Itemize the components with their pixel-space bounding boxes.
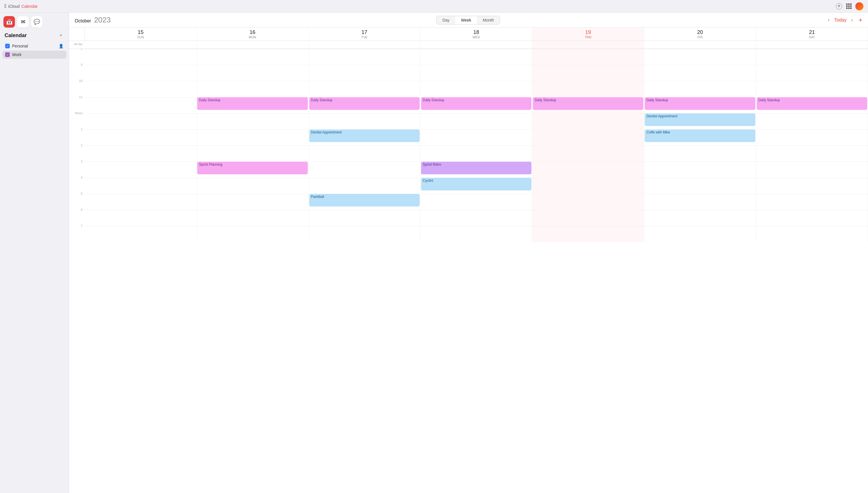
hour-mon-5[interactable] [197,194,308,210]
hour-sun-2[interactable] [85,146,196,162]
prev-button[interactable]: ‹ [825,16,832,24]
col-sat[interactable]: Daily Standup [756,49,868,242]
hour-wed-1[interactable] [420,129,532,146]
hour-sat-3[interactable] [756,162,868,178]
allday-sat[interactable] [756,41,868,49]
hour-tue-9[interactable] [309,65,420,81]
calendar-item-personal[interactable]: ✓ Personal 👤 [2,42,66,50]
hour-wed-2[interactable] [420,146,532,162]
hour-mon-9[interactable] [197,65,308,81]
hour-sun-4[interactable] [85,178,196,194]
hour-sun-1[interactable] [85,129,196,146]
hour-sat-2[interactable] [756,146,868,162]
hour-sat-noon[interactable] [756,113,868,129]
view-week-button[interactable]: Week [455,16,477,24]
mail-icon[interactable]: ✉ [17,16,29,28]
col-mon[interactable]: Daily Standup Sprint Planning [197,49,309,242]
today-button[interactable]: Today [834,18,846,23]
hour-thu-7[interactable] [532,226,644,242]
col-thu[interactable]: Daily Standup [532,49,644,242]
event-daily-standup-wed[interactable]: Daily Standup [421,97,531,110]
hour-sun-10[interactable] [85,81,196,97]
hour-wed-5[interactable] [420,194,532,210]
hour-fri-9[interactable] [644,65,756,81]
hour-tue-8[interactable] [309,49,420,65]
hour-sat-9[interactable] [756,65,868,81]
event-daily-standup-fri[interactable]: Daily Standup [645,97,755,110]
hour-thu-5[interactable] [532,194,644,210]
hour-thu-1[interactable] [532,129,644,146]
event-dentist-tue[interactable]: Dentist Appointment [309,129,420,142]
hour-fri-7[interactable] [644,226,756,242]
hour-fri-10[interactable] [644,81,756,97]
hour-tue-4[interactable] [309,178,420,194]
hour-thu-8[interactable] [532,49,644,65]
hour-fri-4[interactable] [644,178,756,194]
hour-thu-noon[interactable] [532,113,644,129]
event-daily-standup-mon[interactable]: Daily Standup [197,97,307,110]
col-sun[interactable] [85,49,197,242]
hour-mon-8[interactable] [197,49,308,65]
hour-sun-3[interactable] [85,162,196,178]
hour-sun-6[interactable] [85,210,196,226]
hour-wed-noon[interactable] [420,113,532,129]
col-fri[interactable]: Daily Standup Dentist Appointment Coffe … [644,49,756,242]
hour-wed-10[interactable] [420,81,532,97]
hour-thu-9[interactable] [532,65,644,81]
event-coffee-mike-fri[interactable]: Coffe with Mike [645,129,755,142]
event-sprint-retro-wed[interactable]: Sprint Retro [421,162,531,174]
hour-fri-5[interactable] [644,194,756,210]
event-daily-standup-tue[interactable]: Daily Standup [309,97,420,110]
hour-tue-2[interactable] [309,146,420,162]
hour-thu-3[interactable] [532,162,644,178]
hour-fri-6[interactable] [644,210,756,226]
hour-sat-10[interactable] [756,81,868,97]
col-tue[interactable]: Daily Standup Dentist Appointment Paintb… [309,49,420,242]
allday-thu[interactable] [532,41,644,49]
hour-mon-1[interactable] [197,129,308,146]
hour-sun-9[interactable] [85,65,196,81]
hour-sun-5[interactable] [85,194,196,210]
view-day-button[interactable]: Day [437,16,455,24]
hour-mon-4[interactable] [197,178,308,194]
allday-wed[interactable] [420,41,532,49]
hour-sun-7[interactable] [85,226,196,242]
add-circle-icon[interactable]: + [836,3,842,9]
calendar-item-work[interactable]: ✓ Work [2,51,66,59]
event-daily-standup-sat[interactable]: Daily Standup [757,97,867,110]
message-icon[interactable]: 💬 [31,16,43,28]
hour-sun-11[interactable] [85,97,196,113]
hour-wed-7[interactable] [420,226,532,242]
event-paintball-tue[interactable]: Paintball [309,194,420,207]
hour-mon-10[interactable] [197,81,308,97]
hour-thu-4[interactable] [532,178,644,194]
user-avatar[interactable] [855,2,863,10]
col-wed[interactable]: Daily Standup Sprint Retro Cyclint [420,49,532,242]
hour-thu-2[interactable] [532,146,644,162]
grid-apps-icon[interactable] [846,3,852,9]
hour-sun-8[interactable] [85,49,196,65]
hour-mon-6[interactable] [197,210,308,226]
allday-fri[interactable] [644,41,756,49]
next-button[interactable]: › [849,16,855,24]
hour-mon-7[interactable] [197,226,308,242]
hour-tue-7[interactable] [309,226,420,242]
hour-sat-7[interactable] [756,226,868,242]
hour-fri-8[interactable] [644,49,756,65]
hour-thu-10[interactable] [532,81,644,97]
view-month-button[interactable]: Month [477,16,500,24]
allday-mon[interactable] [197,41,309,49]
event-cyclint-wed[interactable]: Cyclint [421,178,531,190]
hour-tue-10[interactable] [309,81,420,97]
work-checkbox[interactable]: ✓ [5,52,10,57]
hour-tue-6[interactable] [309,210,420,226]
event-daily-standup-thu[interactable]: Daily Standup [533,97,643,110]
hour-wed-8[interactable] [420,49,532,65]
hour-tue-noon[interactable] [309,113,420,129]
hour-tue-3[interactable] [309,162,420,178]
hour-thu-6[interactable] [532,210,644,226]
hour-mon-noon[interactable] [197,113,308,129]
allday-sun[interactable] [85,41,197,49]
hour-wed-6[interactable] [420,210,532,226]
calendar-app-icon[interactable]: 📅 [3,16,15,28]
